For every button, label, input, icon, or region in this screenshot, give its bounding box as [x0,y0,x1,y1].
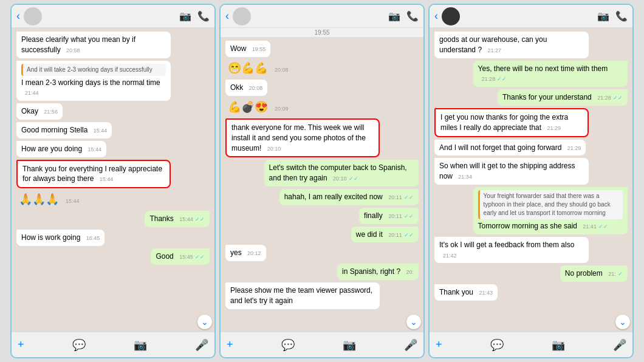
msg-row: And I will not forget that going forward… [434,140,628,156]
msg-row: 🙏🙏🙏 15:44 [16,191,210,208]
msg-row: How is work going 16:45 [16,230,210,246]
msg-row: Okk 20:08 [225,80,419,96]
msg-emoji: 💪💣😍 20:09 [225,98,291,116]
back-arrow[interactable]: ‹ [16,10,20,22]
msg-row: finally 20:11 ✓✓ [225,208,419,224]
plus-icon[interactable]: + [18,338,24,351]
tick-icon: ✓✓ [497,76,507,82]
back-arrow[interactable]: ‹ [225,10,229,22]
tick-icon: ✓ [618,271,623,277]
msg-emoji: 🙏🙏🙏 15:44 [16,191,82,208]
msg-row: Please show me the team viewer password,… [225,282,419,309]
msg-bubble: Please clearify what you mean by if succ… [16,32,171,58]
msg-bubble-highlighted: Thank you for everything I really apprec… [16,160,171,189]
chat-footer-panel1: + 💬 📷 🎤 [12,332,214,357]
scroll-down-button[interactable]: ⌄ [615,315,630,329]
msg-row: Your freight forwarder said that there w… [434,187,628,234]
quoted-msg: And it will take 2-3 working days if suc… [21,64,166,76]
msg-row: And it will take 2-3 working days if suc… [16,61,210,101]
camera-icon[interactable]: 📷 [134,338,147,352]
camera-icon[interactable]: 📷 [552,338,565,352]
msg-row: Thanks 15:44 ✓✓ [16,211,210,227]
msg-bubble: Thanks for your understand 21:28 ✓✓ [498,89,628,106]
msg-bubble-highlighted: I get you now thanks for going the extra… [434,108,589,137]
chat-icon[interactable]: 💬 [490,338,504,352]
msg-row: we did it 20:11 ✓✓ [225,227,419,243]
msg-bubble: Yes, there will be no next time with the… [473,61,628,87]
scroll-down-button[interactable]: ⌄ [197,315,212,329]
msg-row: Yes, there will be no next time with the… [434,61,628,87]
tick-icon: ✓✓ [613,95,623,101]
chat-footer-panel3: + 💬 📷 🎤 [430,332,632,357]
msg-bubble: Your freight forwarder said that there w… [473,187,628,234]
msg-bubble: How is work going 16:45 [16,230,104,246]
msg-bubble: Please show me the team viewer password,… [225,282,380,309]
panel3: ‹ 📷 📞 goods at our warehouse, can you un… [428,4,634,358]
msg-row: Good morning Stella 15:44 [16,122,210,138]
msg-bubble: No problem 21: ✓ [560,265,628,282]
msg-row: Wow 19:55 [225,41,419,57]
msg-row: Okay 21:56 [16,103,210,120]
tick-icon: ✓✓ [195,254,205,260]
msg-bubble: in Spanish, right ? 20: [337,264,419,280]
tick-icon: ✓✓ [598,224,608,230]
msg-bubble: Good 15:45 ✓✓ [151,248,210,265]
msg-bubble: And I will not forget that going forward… [434,140,586,156]
chat-icon[interactable]: 💬 [281,338,295,352]
msg-row: Thank you 21:43 [434,284,628,301]
msg-row: 💪💣😍 20:09 [225,98,419,116]
header-icons: 📷 📞 [179,10,210,22]
msg-bubble: goods at our warehouse, can you understa… [434,32,589,58]
back-arrow[interactable]: ‹ [434,10,438,22]
msg-row: yes 20:12 [225,245,419,261]
chat-icon[interactable]: 💬 [72,338,86,352]
msg-row: So when will it get to the shipping addr… [434,158,628,185]
msg-bubble: Thanks 15:44 ✓✓ [145,211,210,227]
chat-body-panel3: goods at our warehouse, can you understa… [430,28,632,332]
header-icons: 📷 📞 [388,10,419,22]
msg-bubble-highlighted: thank everyone for me. This week we will… [225,118,380,157]
msg-row: thank everyone for me. This week we will… [225,118,419,157]
msg-bubble: And it will take 2-3 working days if suc… [16,61,171,101]
header-panel3: ‹ 📷 📞 [430,5,632,28]
quoted-msg: Your freight forwarder said that there w… [478,190,623,219]
msg-bubble: So when will it get to the shipping addr… [434,158,589,185]
msg-bubble: yes 20:12 [225,245,266,261]
plus-icon[interactable]: + [227,338,233,351]
mic-icon[interactable]: 🎤 [404,338,417,352]
avatar [233,7,251,26]
video-call-icon[interactable]: 📷 [597,10,609,22]
msg-bubble: finally 20:11 ✓✓ [359,208,419,224]
panel2: ‹ 📷 📞 19:55 Wow 19:55 😁💪💪 20:08 [219,4,425,358]
mic-icon[interactable]: 🎤 [613,338,626,352]
camera-icon[interactable]: 📷 [343,338,356,352]
header-panel2: ‹ 📷 📞 [221,5,423,28]
phone-icon[interactable]: 📞 [615,10,628,22]
video-call-icon[interactable]: 📷 [388,10,400,22]
msg-row: in Spanish, right ? 20: [225,264,419,280]
tick-icon: ✓✓ [349,176,358,182]
phone-icon[interactable]: 📞 [406,10,419,22]
msg-row: Please clearify what you mean by if succ… [16,32,210,58]
mic-icon[interactable]: 🎤 [195,338,208,352]
time-bar: 19:55 [221,28,423,37]
chat-body-panel1: Please clearify what you mean by if succ… [12,28,214,332]
tick-icon: ✓✓ [195,216,205,222]
plus-icon[interactable]: + [436,338,442,351]
msg-row: No problem 21: ✓ [434,265,628,282]
msg-row: Thank you for everything I really apprec… [16,160,210,189]
msg-row: How are you doing 15:44 [16,141,210,157]
msg-row: goods at our warehouse, can you understa… [434,32,628,58]
tick-icon: ✓✓ [404,194,414,200]
msg-bubble: Okay 21:56 [16,103,63,120]
msg-row: It's ok I will get a feedback from them … [434,237,628,264]
panel1: ‹ 📷 📞 Please clearify what you mean by i… [10,4,216,358]
msg-row: hahah, I am really excited now 20:11 ✓✓ [225,189,419,205]
avatar [24,7,42,26]
phone-icon[interactable]: 📞 [197,10,210,22]
header-panel1: ‹ 📷 📞 [12,5,214,28]
video-call-icon[interactable]: 📷 [179,10,191,22]
scroll-down-button[interactable]: ⌄ [406,315,421,329]
msg-bubble: Wow 19:55 [225,41,270,57]
msg-emoji: 😁💪💪 20:08 [225,60,291,77]
